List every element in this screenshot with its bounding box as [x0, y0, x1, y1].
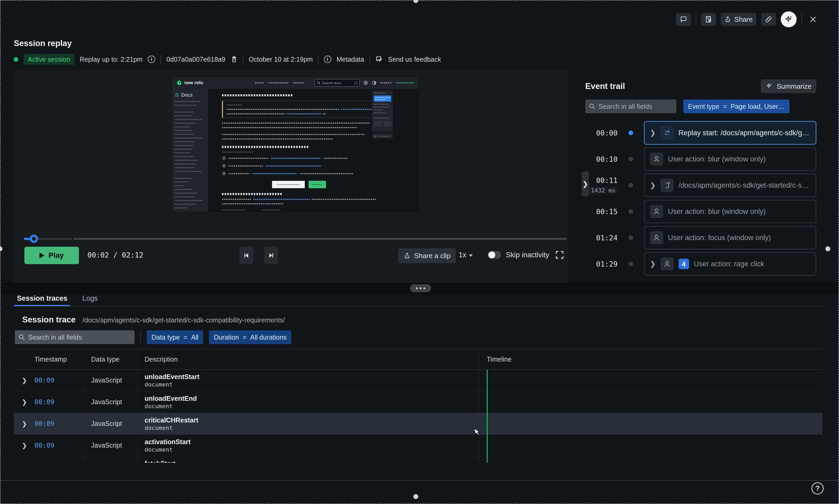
row-expand-chevron-icon[interactable]: ❯ [22, 442, 27, 449]
masked-sidebar-item[interactable] [175, 123, 195, 124]
share-a-clip-button[interactable]: Share a clip [398, 248, 456, 263]
scrubber-playhead-knob[interactable] [30, 235, 38, 243]
skip-inactivity-toggle[interactable] [488, 251, 501, 259]
scrubber-track[interactable] [74, 238, 567, 240]
summarize-button[interactable]: Summarize [761, 79, 816, 93]
event-card[interactable]: User action: focus (window only) [644, 226, 816, 249]
notes-button[interactable] [701, 13, 716, 26]
masked-sidebar-item[interactable] [175, 196, 194, 197]
help-button[interactable]: ? [811, 482, 824, 494]
table-row[interactable]: ❯00:09JavaScriptfetchStartdocument [14, 456, 823, 463]
masked-sidebar-item[interactable] [175, 127, 191, 127]
masked-sidebar-item[interactable] [175, 134, 193, 135]
table-row[interactable]: ❯00:09JavaScriptcriticalCHRestartdocumen… [14, 413, 823, 435]
rail-item[interactable] [374, 104, 389, 105]
data-type-filter-chip[interactable]: Data type = All [147, 330, 203, 344]
masked-sidebar-item[interactable] [175, 160, 198, 161]
masked-sidebar-item[interactable] [175, 167, 195, 168]
masked-sidebar-item[interactable] [175, 112, 194, 112]
expand-chevron-icon[interactable]: ❯ [650, 129, 656, 137]
playback-speed-dropdown[interactable]: 1x [459, 251, 473, 259]
skip-to-previous-button[interactable] [239, 247, 253, 264]
column-header-timestamp[interactable]: Timestamp [34, 356, 83, 363]
masked-sidebar-item[interactable] [175, 193, 197, 194]
cell-description-name: unloadEventStart [145, 373, 479, 381]
selection-handle-bottom[interactable] [413, 494, 418, 499]
duration-filter-chip[interactable]: Duration = All durations [209, 330, 291, 344]
masked-sidebar-item[interactable] [175, 149, 192, 149]
masked-sidebar-item[interactable] [175, 164, 196, 164]
sparkle-icon [766, 82, 773, 90]
collapse-event-trail-handle[interactable]: ❯ [582, 172, 589, 196]
masked-sidebar-item[interactable] [175, 145, 193, 146]
column-header-data-type[interactable]: Data type [91, 356, 138, 363]
event-marker-dot [628, 235, 633, 240]
masked-sidebar-item[interactable] [175, 208, 187, 208]
masked-sidebar-item[interactable] [175, 130, 193, 131]
close-button[interactable] [807, 13, 819, 26]
play-button[interactable]: Play [24, 247, 79, 264]
row-expand-chevron-icon[interactable]: ❯ [22, 420, 27, 428]
selection-handle-top[interactable] [413, 0, 418, 3]
masked-primary-button[interactable] [308, 181, 326, 188]
masked-sidebar-item[interactable] [175, 189, 193, 190]
rail-item[interactable] [374, 112, 387, 113]
masked-sidebar-item[interactable] [175, 141, 194, 142]
skip-to-next-button[interactable] [264, 247, 278, 264]
trace-search-input[interactable]: Search in all fields [15, 330, 135, 344]
expand-chevron-icon[interactable]: ❯ [650, 181, 656, 190]
table-row[interactable]: ❯00:09JavaScriptactivationStartdocument [14, 435, 823, 456]
event-trail-search-input[interactable]: Search in all fields [585, 100, 676, 113]
resize-sections-handle[interactable] [410, 284, 431, 292]
masked-sidebar-item[interactable] [175, 156, 194, 157]
copy-link-button[interactable] [761, 13, 776, 26]
masked-sidebar-item[interactable] [175, 204, 196, 204]
masked-sidebar-item[interactable] [175, 200, 202, 201]
rail-active-item[interactable] [374, 95, 391, 102]
row-expand-chevron-icon[interactable]: ❯ [22, 398, 27, 406]
selection-handle-left[interactable] [0, 246, 3, 251]
masked-sidebar-item[interactable] [175, 115, 192, 116]
replayed-page-thumbnail[interactable]: new relic Search docs / Docs [172, 77, 418, 212]
masked-sidebar-item[interactable] [175, 119, 202, 120]
masked-sidebar-item[interactable] [175, 182, 189, 182]
event-card[interactable]: User action: blur (window only) [644, 147, 816, 171]
event-card[interactable]: User action: blur (window only) [644, 200, 816, 223]
rail-feedback-yes-button[interactable] [374, 121, 382, 126]
masked-sidebar-item[interactable] [175, 171, 201, 172]
masked-sidebar-item[interactable] [175, 152, 190, 153]
masked-sidebar-item[interactable] [175, 101, 200, 102]
docs-search-input[interactable]: Search docs / [315, 79, 360, 87]
ai-assistant-button[interactable] [781, 12, 797, 27]
column-header-timeline[interactable]: Timeline [487, 356, 823, 363]
masked-sidebar-item[interactable] [175, 185, 184, 186]
event-card[interactable]: ❯4User action: rage click [644, 252, 816, 275]
rail-item[interactable] [374, 107, 390, 107]
masked-sidebar-item[interactable] [175, 138, 202, 139]
expand-chevron-icon[interactable]: ❯ [650, 260, 656, 268]
replayed-page-header: new relic Search docs / [172, 77, 418, 89]
selection-handle-right[interactable] [825, 246, 831, 251]
event-card[interactable]: ❯/docs/apm/agents/c-sdk/get-started/c-s… [644, 174, 816, 197]
copy-session-id-icon[interactable] [231, 55, 237, 63]
row-expand-chevron-icon[interactable]: ❯ [22, 377, 27, 384]
comments-button[interactable] [676, 13, 691, 26]
share-button[interactable]: Share [720, 13, 756, 26]
event-card[interactable]: ❯Replay start: /docs/apm/agents/c-sdk/g… [644, 121, 816, 145]
tab-logs[interactable]: Logs [82, 294, 98, 307]
masked-secondary-button[interactable] [272, 181, 305, 188]
scrubber-track-segment[interactable] [38, 238, 72, 240]
table-row[interactable]: ❯00:09JavaScriptunloadEventStartdocument [14, 370, 823, 391]
edit-doc-card[interactable] [372, 133, 393, 139]
masked-menu-item [380, 82, 392, 84]
masked-sidebar-item[interactable] [175, 178, 192, 179]
table-row[interactable]: ❯00:09JavaScriptunloadEventEnddocument [14, 391, 823, 413]
fullscreen-button[interactable] [555, 250, 565, 260]
send-feedback-link[interactable]: Send us feedback [388, 56, 441, 63]
column-header-description[interactable]: Description [145, 356, 479, 363]
event-type-filter-chip[interactable]: Event type = Page load, User… [683, 100, 789, 113]
info-icon[interactable]: i [148, 56, 155, 63]
rail-feedback-no-button[interactable] [383, 121, 391, 126]
masked-sidebar-item[interactable] [175, 105, 197, 106]
metadata-link[interactable]: Metadata [337, 56, 364, 63]
